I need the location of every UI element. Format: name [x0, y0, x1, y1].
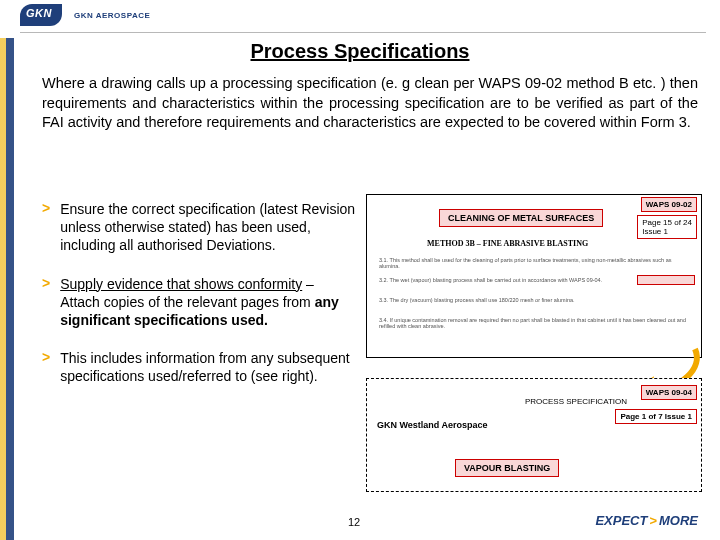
- spec-title-banner: CLEANING OF METAL SURFACES: [439, 209, 603, 227]
- chevron-icon: >: [42, 350, 50, 385]
- page-issue-tag: Page 15 of 24 Issue 1: [637, 215, 697, 239]
- page-line: Page 15 of 24: [642, 218, 692, 227]
- subsidiary-name: GKN Westland Aerospace: [377, 421, 488, 431]
- header-divider: [20, 32, 706, 33]
- issue-line: Issue 1: [665, 412, 692, 421]
- tagline-a: EXPECT: [595, 513, 647, 528]
- intro-paragraph: Where a drawing calls up a processing sp…: [42, 74, 698, 133]
- method-heading: METHOD 3B – FINE ABRASIVE BLASTING: [427, 239, 588, 248]
- bullet-item: > This includes information from any sub…: [42, 349, 356, 385]
- bullet-item: > Ensure the correct specification (late…: [42, 200, 356, 255]
- page-title-wrap: Process Specifications: [0, 40, 720, 63]
- chevron-icon: >: [649, 513, 657, 528]
- brand-header: GKN AEROSPACE: [20, 4, 150, 26]
- bullet-item: > Supply evidence that shows conformity …: [42, 275, 356, 330]
- left-accent-bar: [0, 38, 14, 540]
- waps-id-tag: WAPS 09-02: [641, 197, 697, 212]
- gkn-logo-mark: [20, 4, 62, 26]
- slide: { "header": { "brand": "GKN", "sub": "GK…: [0, 0, 720, 540]
- tagline: EXPECT>MORE: [595, 513, 698, 528]
- spec-excerpt-2: GKN Westland Aerospace PROCESS SPECIFICA…: [366, 378, 702, 492]
- gkn-logo: [20, 4, 62, 26]
- bullet-text: This includes information from any subse…: [60, 349, 356, 385]
- spec-excerpt-1: WAPS 09-02 Page 15 of 24 Issue 1 CLEANIN…: [366, 194, 702, 358]
- spec-paragraph: 3.1. This method shall be used for the c…: [379, 257, 693, 269]
- issue-line: Issue 1: [642, 227, 692, 236]
- tagline-b: MORE: [659, 513, 698, 528]
- chevron-icon: >: [42, 201, 50, 255]
- spec-paragraph: 3.3. The dry (vacuum) blasting process s…: [379, 297, 693, 303]
- chevron-icon: >: [42, 276, 50, 330]
- subsidiary-text: GKN Westland Aerospace: [377, 420, 488, 430]
- brand-subtext: GKN AEROSPACE: [74, 11, 150, 20]
- cross-ref-highlight: [637, 275, 695, 285]
- page-issue-tag: Page 1 of 7 Issue 1: [615, 409, 697, 424]
- figure-column: WAPS 09-02 Page 15 of 24 Issue 1 CLEANIN…: [366, 194, 702, 492]
- spec-paragraph: 3.4. If unique contamination removal are…: [379, 317, 693, 329]
- spec-title-banner: VAPOUR BLASTING: [455, 459, 559, 477]
- waps-id-tag: WAPS 09-04: [641, 385, 697, 400]
- page-line: Page 1 of 7: [620, 412, 662, 421]
- bullet-text: Supply evidence that shows conformity – …: [60, 275, 356, 330]
- bullet-lead-underline: Supply evidence that shows conformity: [60, 276, 302, 292]
- bullet-list: > Ensure the correct specification (late…: [42, 200, 356, 406]
- page-title: Process Specifications: [251, 40, 470, 63]
- doc-type-label: PROCESS SPECIFICATION: [525, 397, 627, 406]
- page-number: 12: [348, 516, 360, 528]
- bullet-text: Ensure the correct specification (latest…: [60, 200, 356, 255]
